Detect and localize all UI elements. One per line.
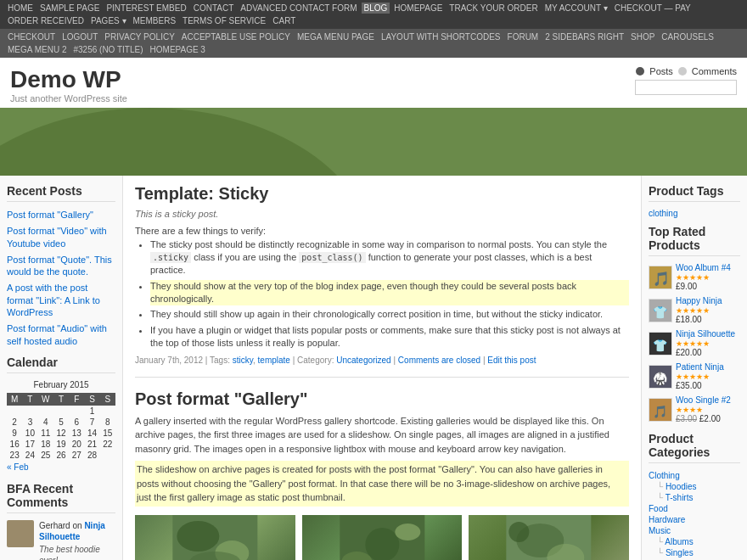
tag-template[interactable]: template — [258, 356, 290, 365]
cat-singles[interactable]: Singles — [666, 548, 694, 557]
nav-blog[interactable]: BLOG — [362, 3, 390, 14]
cal-th-t2: T — [53, 393, 69, 406]
gallery-thumbnail[interactable] — [302, 515, 463, 560]
cat-hoodies[interactable]: Hoodies — [666, 482, 697, 491]
nav-acceptable-use[interactable]: ACCEPTABLE USE POLICY — [179, 31, 293, 42]
cal-cell: 3 — [22, 417, 37, 428]
cat-clothing[interactable]: Clothing — [649, 471, 680, 480]
product-item: 🎵 Woo Single #2 ★★★★ £3.00 £2.00 — [649, 395, 740, 423]
recent-post-2[interactable]: Post format "Video" with Youtube video — [7, 225, 115, 249]
article-gallery: Post format "Gallery" A gallery inserted… — [135, 389, 629, 560]
table-row: 16171819202122 — [7, 439, 115, 450]
header-right: Posts Comments — [635, 66, 737, 95]
nav-home[interactable]: HOME — [5, 3, 36, 14]
cal-th-t: T — [22, 393, 37, 406]
cat-hardware[interactable]: Hardware — [649, 515, 685, 524]
comment-text: Gerhard on Ninja Silhouette The best hoo… — [39, 520, 115, 560]
recent-post-3[interactable]: Post format "Quote". This would be the q… — [7, 254, 115, 278]
edit-post[interactable]: Edit this post — [487, 356, 536, 365]
product-name[interactable]: Happy Ninja — [676, 296, 740, 306]
cal-cell: 22 — [100, 439, 115, 450]
cat-tshirts[interactable]: T-shirts — [666, 493, 694, 502]
hero-overlay — [0, 108, 747, 176]
nav-carousels[interactable]: CAROUSELS — [659, 31, 716, 42]
sticky-note: This is a sticky post. — [135, 209, 629, 219]
product-stars: ★★★★ — [676, 406, 740, 414]
nav-terms[interactable]: TERMS OF SERVICE — [180, 15, 268, 26]
product-info: Happy Ninja ★★★★★ £18.00 — [676, 296, 740, 324]
posts-dot — [636, 67, 644, 76]
nav-forum[interactable]: FORUM — [505, 31, 542, 42]
nav-track-order[interactable]: TRACK YOUR ORDER — [447, 3, 540, 14]
product-stars: ★★★★★ — [676, 339, 740, 348]
recent-post-5[interactable]: Post format "Audio" with self hosted aud… — [7, 322, 115, 347]
nav-checkout-pay[interactable]: CHECKOUT — PAY — [612, 3, 694, 14]
main-content: Template: Sticky This is a sticky post. … — [123, 176, 641, 560]
nav-privacy[interactable]: PRIVACY POLICY — [102, 31, 177, 42]
tag-sticky[interactable]: sticky — [233, 356, 253, 365]
product-name[interactable]: Woo Album #4 — [676, 263, 740, 273]
nav-mega-menu-2[interactable]: MEGA MENU 2 — [5, 44, 69, 55]
product-price: £35.00 — [676, 381, 740, 390]
cat-food[interactable]: Food — [649, 504, 668, 513]
nav-homepage3[interactable]: HOMEPAGE 3 — [148, 44, 208, 55]
cal-cell — [69, 406, 84, 417]
calendar-prev[interactable]: « Feb — [7, 462, 29, 472]
cat-albums[interactable]: Albums — [665, 537, 693, 546]
nav-contact[interactable]: CONTACT — [191, 3, 237, 14]
recent-post-4[interactable]: A post with the post format "Link": A Li… — [7, 282, 115, 318]
article-bullet-list: The sticky post should be distinctly rec… — [150, 238, 629, 350]
nav-order-received[interactable]: ORDER RECEIVED — [5, 15, 87, 26]
nav-2sidebars[interactable]: 2 SIDEBARS RIGHT — [542, 31, 626, 42]
comments-label: Comments — [692, 66, 737, 76]
comment-on: on — [72, 521, 84, 530]
recent-posts-heading: Recent Posts — [7, 184, 115, 202]
product-info: Patient Ninja ★★★★★ £35.00 — [676, 362, 740, 390]
nav-checkout[interactable]: CHECKOUT — [5, 31, 58, 42]
cal-cell: 17 — [22, 439, 37, 450]
cal-cell: 26 — [53, 450, 69, 461]
product-old-price: £3.00 — [676, 414, 697, 423]
gallery-thumbnail[interactable] — [135, 515, 295, 560]
svg-point-5 — [365, 528, 399, 560]
nav-shop[interactable]: SHOP — [628, 31, 657, 42]
nav-mega-menu[interactable]: MEGA MENU PAGE — [295, 31, 377, 42]
nav-no-title[interactable]: #3256 (NO TITLE) — [70, 44, 145, 55]
nav-cart[interactable]: CART — [270, 15, 298, 26]
recent-post-1[interactable]: Post format "Gallery" — [7, 209, 115, 221]
product-name[interactable]: Ninja Silhouette — [676, 329, 740, 339]
site-tagline: Just another WordPress site — [10, 93, 127, 104]
cal-cell: 15 — [100, 428, 115, 439]
cal-th-s: S — [84, 393, 99, 406]
nav-advanced-contact[interactable]: ADVANCED CONTACT FORM — [238, 3, 359, 14]
gallery-thumbnail[interactable] — [469, 515, 629, 560]
product-price: £3.00 £2.00 — [676, 414, 740, 423]
product-name[interactable]: Patient Ninja — [676, 362, 740, 372]
comments-closed[interactable]: Comments are closed — [398, 356, 480, 365]
comment-author: Gerhard — [39, 521, 70, 530]
calendar-table: M T W T F S S 1 2345678 9101112131415 — [7, 393, 115, 461]
nav-homepage[interactable]: HOMEPAGE — [391, 3, 445, 14]
bfa-heading: BFA Recent Comments — [7, 482, 115, 513]
list-item: A post with the post format "Link": A Li… — [7, 282, 115, 318]
tag-clothing[interactable]: clothing — [649, 209, 677, 218]
cat-uncategorized[interactable]: Uncategorized — [336, 356, 390, 365]
cal-cell — [53, 406, 69, 417]
avatar — [7, 520, 34, 547]
gallery-image-svg — [135, 515, 295, 560]
nav-my-account[interactable]: MY ACCOUNT ▾ — [542, 3, 610, 14]
cal-cell: 28 — [84, 450, 99, 461]
nav-pages[interactable]: PAGES ▾ — [88, 15, 129, 26]
cal-cell — [38, 406, 53, 417]
nav-logout[interactable]: LOGOUT — [59, 31, 100, 42]
nav-members[interactable]: MEMBERS — [131, 15, 179, 26]
post-separator — [135, 377, 629, 378]
search-input[interactable] — [635, 80, 737, 95]
cat-music[interactable]: Music — [649, 526, 671, 535]
list-item: Music — [649, 525, 740, 536]
nav-pinterest-embed[interactable]: PINTEREST EMBED — [104, 3, 188, 14]
cal-cell — [100, 406, 115, 417]
nav-sample-page[interactable]: SAMPLE PAGE — [37, 3, 102, 14]
nav-layout-shortcodes[interactable]: LAYOUT WITH SHORTCODES — [379, 31, 503, 42]
product-name[interactable]: Woo Single #2 — [676, 395, 740, 406]
